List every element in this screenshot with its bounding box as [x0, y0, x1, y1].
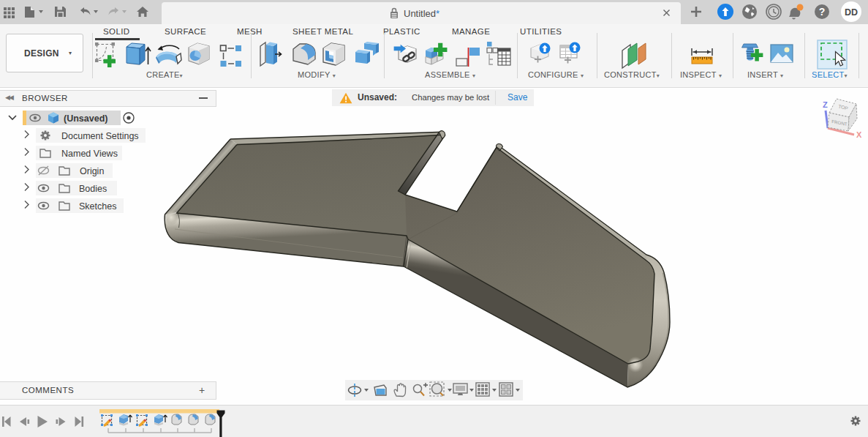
svg-text:X: X [856, 130, 862, 139]
svg-text:Named Views: Named Views [61, 149, 118, 159]
svg-text:(Unsaved): (Unsaved) [64, 113, 107, 124]
svg-text:Z: Z [823, 100, 828, 109]
svg-text:Document Settings: Document Settings [61, 131, 139, 141]
svg-text:Bodies: Bodies [79, 184, 107, 194]
svg-text:Origin: Origin [80, 166, 104, 176]
svg-text:Sketches: Sketches [79, 201, 116, 212]
